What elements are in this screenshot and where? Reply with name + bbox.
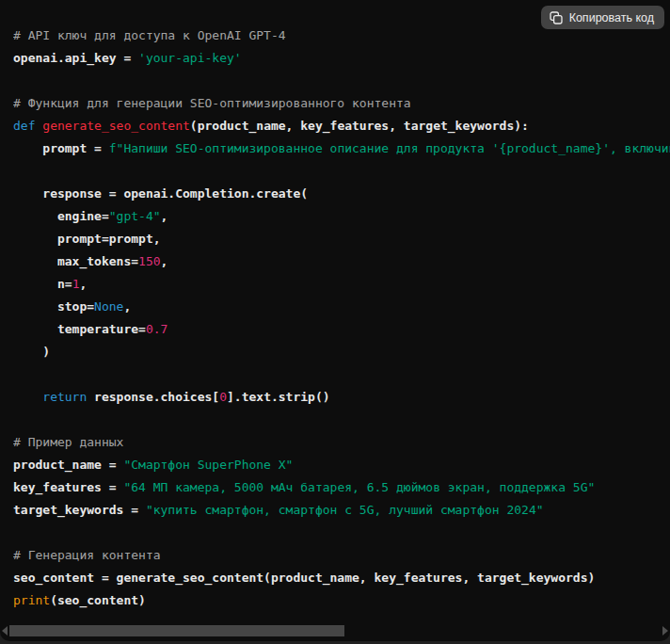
code-line: print(seo_content) [13,589,670,612]
copy-code-button[interactable]: Копировать код [541,6,664,29]
code-line [13,522,670,544]
code-line: # Генерация контента [13,544,670,567]
code-line: response = openai.Completion.create( [13,183,670,205]
code-line [13,70,670,92]
code-line: product_name = "Смартфон SuperPhone X" [13,454,670,476]
code-line: # Функция для генерации SEO-оптимизирова… [13,92,670,115]
copy-icon [550,11,563,24]
copy-button-label: Копировать код [569,11,654,24]
code-line: key_features = "64 МП камера, 5000 мАч б… [13,476,670,499]
code-line: target_keywords = "купить смартфон, смар… [13,499,670,522]
code-line: prompt = f"Напиши SEO-оптимизированное о… [13,137,670,160]
code-line: n=1, [13,273,670,296]
code-line: seo_content = generate_seo_content(produ… [13,567,670,589]
code-block: Копировать код # API ключ для доступа к … [0,0,670,641]
code-line: openai.api_key = 'your-api-key' [13,47,670,70]
code-line: stop=None, [13,296,670,318]
code-line: # Пример данных [13,431,670,454]
scrollbar-thumb[interactable] [9,625,344,636]
scroll-right-arrow-icon[interactable] [662,626,668,636]
code-line: ) [13,341,670,363]
code-line: def generate_seo_content(product_name, k… [13,115,670,137]
scroll-left-arrow-icon[interactable] [2,626,8,636]
code-line [13,363,670,386]
page: { "page": { "background": "#212121" }, "… [0,0,670,644]
code-line [13,160,670,183]
code-line: temperature=0.7 [13,318,670,341]
code-line: return response.choices[0].text.strip() [13,386,670,409]
code-line: max_tokens=150, [13,250,670,273]
code-line: prompt=prompt, [13,228,670,250]
code-content: # API ключ для доступа к OpenAI GPT-4ope… [13,24,670,612]
horizontal-scrollbar[interactable] [0,622,670,638]
code-line: engine="gpt-4", [13,205,670,228]
code-line [13,409,670,431]
